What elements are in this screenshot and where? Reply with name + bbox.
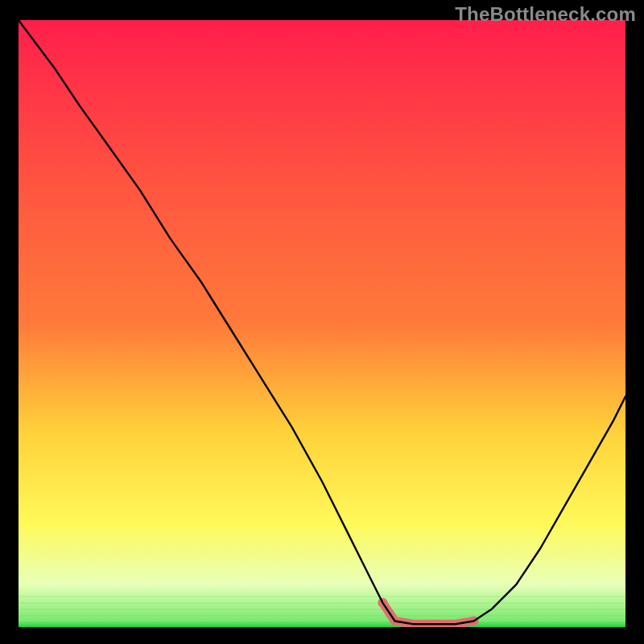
chart-svg bbox=[19, 20, 625, 627]
watermark-text: TheBottleneck.com bbox=[455, 3, 636, 26]
chart-plot-area bbox=[19, 20, 625, 627]
svg-rect-0 bbox=[19, 20, 625, 627]
chart-frame: TheBottleneck.com bbox=[0, 0, 644, 644]
